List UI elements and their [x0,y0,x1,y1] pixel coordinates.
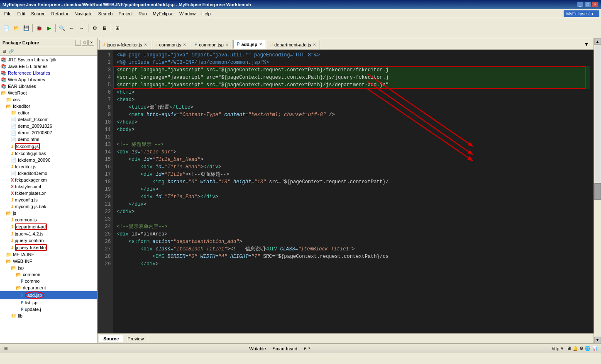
menu-file[interactable]: File [2,10,14,17]
panel-close[interactable]: ✕ [88,40,94,46]
debug-button[interactable]: 🐞 [34,24,44,33]
tree-item[interactable]: J jquery-fckedito [0,244,97,251]
tab-close-jquery[interactable]: ✕ [144,43,147,47]
tree-item[interactable]: 📄 fckeditorDemo. [0,170,97,177]
code-line: <%@ include file="/WEB-INF/jsp/common/co… [117,59,590,66]
tab-jquery-fckeditor[interactable]: J jquery-fckeditor.js ✕ [99,40,151,49]
line-number: 9 [98,111,111,119]
save-button[interactable]: 💾 [22,24,31,33]
tab-close-add[interactable]: ✕ [259,42,262,46]
maximize-button[interactable]: □ [584,2,591,7]
line-numbers: 1234567891011121314151617181920212223242… [98,50,113,333]
tree-item[interactable]: 📚 EAR Libraries [0,83,97,90]
tab-close-dept[interactable]: ✕ [313,43,316,47]
new-button[interactable]: 📄 [2,24,11,33]
panel-maximize[interactable]: □ [82,40,88,46]
tree-item[interactable]: 📂 jsp [0,265,97,271]
open-button[interactable]: 📂 [12,24,21,33]
code-line: </div> [117,201,590,208]
tree-item[interactable]: 📁 editor [0,109,97,116]
tree-item[interactable]: 📂 WebRoot [0,90,97,96]
view-menu[interactable]: ▼ [582,40,591,49]
menu-edit[interactable]: Edit [15,10,28,17]
menu-window[interactable]: Window [177,10,198,17]
forward-button[interactable]: → [77,24,86,33]
tree-item[interactable]: 📂 WEB-INF [0,258,97,265]
link-editor[interactable]: 🔗 [8,48,15,55]
tree-item[interactable]: 📄 fckdemo_20090 [0,157,97,163]
server-button[interactable]: 🖥 [100,24,109,33]
tree-item[interactable]: J myconfig.js.bak [0,203,97,210]
tab-dept-add-js[interactable]: J department-add.js ✕ [267,40,320,49]
bottom-tab-source[interactable]: Source [99,335,123,342]
tree-item[interactable]: 📄 demo_20091026 [0,123,97,129]
tree-item[interactable]: 📚 Web App Libraries [0,76,97,83]
line-number: 23 [98,216,111,223]
tab-common-jsp[interactable]: P common.jsp ✕ [191,40,232,49]
back-button[interactable]: ← [67,24,76,33]
search-button[interactable]: 🔍 [57,24,66,33]
tab-close-common-jsp[interactable]: ✕ [225,43,229,47]
tree-item[interactable]: 📚 Referenced Libraries [0,70,97,76]
menu-search[interactable]: Search [96,10,115,17]
tree-item[interactable]: 📁 css [0,96,97,103]
tree-item[interactable]: J fckconfig.js.bak [0,150,97,157]
file-icon: 📂 [1,90,7,96]
panel-minimize[interactable]: _ [75,40,81,46]
tree-item[interactable]: P list.jsp [0,299,97,306]
menu-navigate[interactable]: Navigate [72,10,95,17]
tree-item[interactable]: J jquery-1.4.2.js [0,231,97,237]
tree-item[interactable]: X fcktemplates.xr [0,190,97,197]
tree-item[interactable]: 📚 JRE System Library [jdk [0,56,97,63]
tree-item[interactable]: 📂 js [0,210,97,216]
tree-item[interactable]: J myconfig.js [0,197,97,203]
file-tree[interactable]: 📚 JRE System Library [jdk📚 Java EE 5 Lib… [0,56,97,343]
scroll-thumb[interactable] [594,183,601,200]
tab-common-js[interactable]: J common.js ✕ [152,40,190,49]
tree-item[interactable]: 📁 META-INF [0,251,97,258]
tree-item[interactable]: 📂 department [0,284,97,291]
tree-item[interactable]: J jquery-confirm [0,237,97,244]
minimize-button[interactable]: _ [577,2,584,7]
bottom-tab-preview[interactable]: Preview [123,335,148,342]
menu-refactor[interactable]: Refactor [49,10,71,17]
code-content[interactable]: <%@ page language="java" import="java.ut… [113,50,594,333]
settings-button[interactable]: ⚙ [90,24,99,33]
menu-help[interactable]: Help [199,10,213,17]
code-line: <script language="javascript" src="${pag… [117,66,590,74]
run-button[interactable]: ▶ [44,24,54,33]
menu-project[interactable]: Project [116,10,135,17]
tree-item[interactable]: J fckeditor.js [0,163,97,170]
file-icon: 📚 [1,84,7,89]
tree-item[interactable]: J department-ad [0,223,97,231]
tree-item[interactable]: J common.js [0,216,97,223]
right-scrollbar[interactable]: ▲ ▼ [594,38,601,343]
tree-item[interactable]: 📄 demo.html [0,136,97,143]
tree-item[interactable]: 📚 Java EE 5 Libraries [0,63,97,70]
tree-item[interactable]: 📂 fckeditor [0,103,97,109]
tree-item[interactable]: 📁 lib [0,313,97,319]
tree-item[interactable]: P update.j [0,306,97,313]
tab-add-jsp[interactable]: P add.jsp ✕ [233,40,266,49]
collapse-all[interactable]: ⊟ [1,48,7,55]
perspective-button[interactable]: ⊞ [113,24,122,33]
menu-myeclipse[interactable]: MyEclipse [150,10,176,17]
scroll-down[interactable]: ▼ [594,337,601,343]
tab-close-common[interactable]: ✕ [183,43,186,47]
close-button[interactable]: ✕ [592,2,599,7]
tree-item[interactable]: X fckstyles.xml [0,183,97,190]
line-number: 7 [98,96,111,104]
toolbar-sep-2 [55,24,56,32]
tree-item[interactable]: P add.jsp [0,291,97,299]
tree-item[interactable]: 📄 demo_20100807 [0,129,97,136]
tree-item[interactable]: 📄 default_fckconf [0,116,97,123]
tree-item[interactable]: X fckpackager.xm [0,177,97,183]
tree-item[interactable]: J fckconfig.js [0,143,97,150]
menu-source[interactable]: Source [29,10,48,17]
tree-item[interactable]: 📂 common [0,271,97,278]
tree-item[interactable]: P commo [0,278,97,284]
tree-label: commo [25,279,40,284]
file-icon: J [11,151,14,156]
scroll-up[interactable]: ▲ [594,38,601,45]
menu-run[interactable]: Run [136,10,149,17]
